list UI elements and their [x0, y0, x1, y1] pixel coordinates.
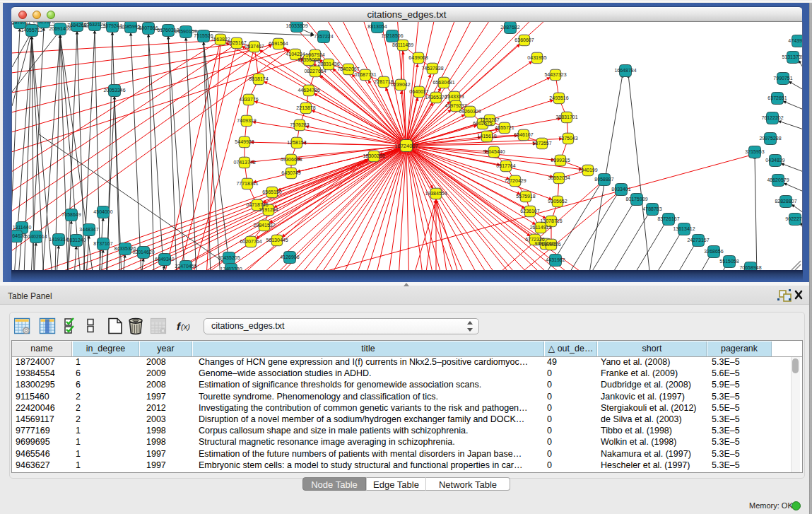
svg-text:(x): (x) [181, 322, 190, 331]
svg-text:14055712: 14055712 [20, 28, 42, 33]
svg-text:86111489: 86111489 [392, 42, 413, 47]
svg-text:16648784: 16648784 [614, 68, 636, 73]
svg-text:56130445: 56130445 [266, 238, 288, 243]
svg-text:0434839: 0434839 [765, 158, 784, 163]
svg-text:85356068: 85356068 [298, 57, 319, 62]
svg-text:6828126: 6828126 [541, 242, 560, 247]
svg-text:5449920: 5449920 [235, 139, 254, 144]
svg-text:6372651: 6372651 [767, 95, 787, 100]
svg-text:6691564: 6691564 [269, 41, 288, 46]
svg-text:41979237: 41979237 [445, 103, 466, 108]
svg-text:3191284: 3191284 [259, 207, 278, 212]
svg-text:1311440: 1311440 [13, 225, 32, 230]
svg-text:77718341: 77718341 [236, 181, 258, 186]
svg-text:54437323: 54437323 [544, 72, 566, 77]
svg-text:2213878: 2213878 [296, 105, 315, 110]
svg-text:8058887: 8058887 [594, 177, 613, 182]
svg-text:82828807: 82828807 [775, 199, 796, 204]
svg-text:8813054: 8813054 [367, 24, 387, 29]
svg-text:76122202: 76122202 [761, 115, 783, 120]
svg-text:44634786: 44634786 [298, 88, 319, 93]
svg-text:4743957: 4743957 [788, 38, 802, 43]
svg-text:0317764: 0317764 [496, 163, 515, 168]
svg-text:3448347: 3448347 [79, 227, 98, 232]
svg-text:6565150: 6565150 [262, 189, 281, 194]
svg-text:7940199: 7940199 [578, 168, 597, 173]
svg-text:7576283: 7576283 [290, 122, 309, 127]
svg-text:4431982: 4431982 [546, 257, 565, 262]
svg-text:19384554: 19384554 [425, 191, 447, 196]
svg-text:6450749: 6450749 [281, 170, 300, 175]
svg-text:22470455: 22470455 [175, 264, 196, 269]
svg-text:5873557: 5873557 [532, 141, 551, 146]
svg-text:30552034: 30552034 [548, 175, 570, 180]
svg-text:14365370: 14365370 [425, 95, 447, 100]
svg-text:29841537: 29841537 [253, 223, 275, 228]
svg-text:1419314: 1419314 [49, 237, 68, 242]
svg-text:51313735: 51313735 [782, 54, 802, 59]
svg-text:18300295: 18300295 [363, 153, 384, 158]
svg-text:70658948: 70658948 [739, 265, 761, 270]
svg-text:3079244: 3079244 [102, 23, 122, 28]
svg-text:5575918: 5575918 [516, 194, 535, 199]
svg-text:3268656: 3268656 [704, 249, 723, 254]
svg-text:29975288: 29975288 [759, 136, 781, 141]
svg-text:76402067: 76402067 [337, 66, 359, 71]
svg-text:0431955: 0431955 [527, 55, 546, 60]
svg-text:0640037: 0640037 [409, 89, 428, 94]
svg-text:4104234: 4104234 [286, 52, 305, 57]
svg-text:2087682: 2087682 [500, 25, 519, 30]
svg-text:9022279: 9022279 [785, 216, 802, 221]
svg-text:49306668: 49306668 [280, 157, 302, 162]
svg-text:0837407: 0837407 [245, 44, 264, 49]
svg-text:01687731: 01687731 [354, 72, 376, 77]
svg-text:6849340: 6849340 [155, 257, 174, 262]
svg-text:02014620: 02014620 [132, 250, 154, 255]
svg-text:7343373: 7343373 [445, 94, 464, 99]
svg-text:5515058: 5515058 [719, 259, 739, 264]
svg-text:74537838: 74537838 [421, 66, 443, 71]
svg-text:07529170: 07529170 [33, 22, 54, 24]
svg-text:18724007: 18724007 [394, 143, 418, 149]
svg-text:6360607: 6360607 [514, 37, 534, 42]
svg-text:51402614: 51402614 [25, 234, 47, 239]
svg-text:07413748: 07413748 [233, 160, 255, 165]
svg-text:4126906: 4126906 [280, 255, 299, 259]
svg-text:7375043: 7375043 [558, 136, 577, 141]
svg-text:48620579: 48620579 [767, 177, 789, 182]
svg-text:1415618: 1415618 [477, 134, 496, 139]
svg-text:2493516: 2493516 [549, 95, 568, 100]
svg-text:7990751: 7990751 [773, 76, 792, 81]
svg-text:8907866: 8907866 [139, 25, 158, 30]
svg-text:2685995: 2685995 [121, 24, 140, 29]
svg-text:04718746: 04718746 [246, 202, 268, 207]
svg-text:28831436: 28831436 [317, 62, 339, 66]
svg-text:26114913: 26114913 [530, 225, 552, 230]
svg-text:65630481: 65630481 [433, 80, 454, 85]
svg-text:0239042: 0239042 [391, 82, 410, 87]
svg-text:19218506: 19218506 [381, 33, 403, 38]
svg-text:1067924: 1067924 [305, 52, 324, 57]
svg-text:7409319: 7409319 [237, 118, 256, 123]
svg-text:4504000: 4504000 [93, 209, 112, 214]
svg-text:72720429: 72720429 [504, 178, 526, 183]
svg-text:13613412: 13613412 [673, 226, 695, 231]
svg-text:3215953: 3215953 [745, 149, 764, 154]
svg-text:13078716: 13078716 [540, 218, 562, 223]
svg-text:20053346: 20053346 [103, 88, 125, 93]
svg-text:0399315: 0399315 [551, 158, 570, 163]
svg-text:55979711: 55979711 [12, 22, 30, 25]
svg-text:0831240: 0831240 [66, 238, 86, 243]
svg-text:4788783: 4788783 [642, 206, 661, 211]
svg-text:30435205: 30435205 [218, 255, 240, 260]
svg-text:24273167: 24273167 [687, 238, 709, 243]
svg-text:9305652: 9305652 [548, 199, 567, 204]
svg-text:16033809: 16033809 [286, 23, 307, 28]
svg-text:6546107: 6546107 [514, 132, 533, 137]
svg-text:8737167: 8737167 [93, 241, 112, 246]
svg-text:80175989: 80175989 [625, 197, 647, 201]
svg-text:83726167: 83726167 [657, 216, 679, 221]
svg-text:1258153: 1258153 [287, 140, 306, 145]
svg-text:4333776: 4333776 [239, 97, 258, 102]
svg-text:6236107: 6236107 [520, 209, 539, 214]
